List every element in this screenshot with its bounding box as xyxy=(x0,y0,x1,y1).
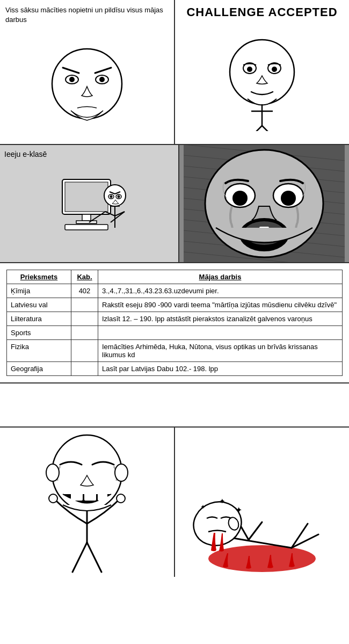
table-cell-subject: Liiteratura xyxy=(7,312,71,326)
svg-point-56 xyxy=(115,464,128,481)
table-cell-subject: Geografija xyxy=(7,362,71,376)
svg-point-11 xyxy=(272,67,277,72)
svg-point-58 xyxy=(49,494,57,503)
yao-ming-svg xyxy=(9,430,165,575)
table-cell-subject: Sports xyxy=(7,326,71,340)
table-header-row: Prieksmets Kab. Mājas darbis xyxy=(7,270,343,284)
header-cab: Kab. xyxy=(71,270,98,284)
rage-face-svg xyxy=(184,145,345,262)
svg-point-45 xyxy=(281,191,296,206)
table-cell-hw: Lasīt par Latvijas Dabu 102.- 198. lpp xyxy=(98,362,343,376)
bottom-right-panel: ✦ ✦ ✦ xyxy=(175,428,349,577)
svg-point-9 xyxy=(247,67,252,72)
table-cell-cab xyxy=(71,326,98,340)
computer-scene xyxy=(4,165,174,258)
table-cell-subject: Fizika xyxy=(7,340,71,362)
svg-line-60 xyxy=(72,542,87,572)
table-cell-hw: Izlasīt 12. – 190. lpp atstāstīt pieraks… xyxy=(98,312,343,326)
top-right-panel: CHALLENGE ACCEPTED xyxy=(175,0,349,144)
middle-left-text: Ieeju e-klasē xyxy=(4,149,47,160)
table-row: LiiteraturaIzlasīt 12. – 190. lpp atstās… xyxy=(7,312,343,326)
svg-rect-52 xyxy=(71,493,83,501)
svg-rect-18 xyxy=(82,214,91,221)
table-cell-cab xyxy=(71,312,98,326)
table-row: FizikaIemācīties Arhimēda, Huka, Nūtona,… xyxy=(7,340,343,362)
svg-rect-53 xyxy=(84,492,96,501)
table-cell-subject: Latviesu val xyxy=(7,298,71,312)
svg-point-4 xyxy=(69,77,75,82)
middle-left-panel: Ieeju e-klasē xyxy=(0,145,179,262)
svg-point-25 xyxy=(110,195,113,198)
bottom-comic-section: ✦ ✦ ✦ xyxy=(0,426,349,577)
svg-rect-54 xyxy=(98,493,107,501)
svg-line-15 xyxy=(262,126,270,131)
svg-line-61 xyxy=(87,542,101,572)
svg-line-67 xyxy=(249,522,262,540)
table-cell-hw xyxy=(98,326,343,340)
svg-text:✦: ✦ xyxy=(219,497,226,505)
svg-point-62 xyxy=(208,545,316,572)
svg-text:✦: ✦ xyxy=(200,503,206,511)
middle-right-panel xyxy=(179,145,349,262)
table-cell-hw: Rakstīt eseju 890 -900 vardi teema "mārt… xyxy=(98,298,343,312)
table-row: Latviesu valRakstīt eseju 890 -900 vardi… xyxy=(7,298,343,312)
table-row: GeografijaLasīt par Latvijas Dabu 102.- … xyxy=(7,362,343,376)
svg-point-43 xyxy=(232,191,248,206)
top-comic-section: Viss sāksu mācīties nopietni un pildīsu … xyxy=(0,0,349,145)
table-cell-hw: Iemācīties Arhimēda, Huka, Nūtona, visus… xyxy=(98,340,343,362)
hit-face-svg: ✦ ✦ ✦ xyxy=(184,430,340,575)
challenge-face-svg xyxy=(222,32,302,131)
determined-face xyxy=(5,29,169,139)
svg-point-59 xyxy=(117,494,125,503)
header-subject: Prieksmets xyxy=(7,270,71,284)
computer-svg xyxy=(35,169,143,255)
top-left-panel: Viss sāksu mācīties nopietni un pildīsu … xyxy=(0,0,175,144)
table-section: Prieksmets Kab. Mājas darbis Ķīmija4023.… xyxy=(0,263,349,383)
svg-line-14 xyxy=(254,126,262,131)
bottom-left-panel xyxy=(0,428,175,577)
table-cell-cab xyxy=(71,362,98,376)
bottom-gap xyxy=(0,383,349,426)
middle-comic-section: Ieeju e-klasē xyxy=(0,145,349,263)
table-cell-cab: 402 xyxy=(71,284,98,298)
top-right-text: CHALLENGE ACCEPTED xyxy=(186,5,337,19)
table-row: Sports xyxy=(7,326,343,340)
determined-face-svg xyxy=(44,35,130,132)
table-cell-cab xyxy=(71,340,98,362)
challenge-accepted-face xyxy=(180,24,344,139)
header-hw: Mājas darbis xyxy=(98,270,343,284)
svg-point-55 xyxy=(46,464,59,481)
svg-text:✦: ✦ xyxy=(235,505,242,515)
table-cell-hw: 3.,4.,7.,31.,6.,43.23.63.uzdevumi pier. xyxy=(98,284,343,298)
svg-rect-17 xyxy=(65,182,108,212)
svg-rect-20 xyxy=(65,225,108,230)
homework-table: Prieksmets Kab. Mājas darbis Ķīmija4023.… xyxy=(6,270,343,376)
table-row: Ķīmija4023.,4.,7.,31.,6.,43.23.63.uzdevu… xyxy=(7,284,343,298)
table-cell-cab xyxy=(71,298,98,312)
svg-point-6 xyxy=(99,77,105,82)
top-left-text: Viss sāksu mācīties nopietni un pildīsu … xyxy=(5,5,169,25)
table-cell-subject: Ķīmija xyxy=(7,284,71,298)
svg-rect-19 xyxy=(76,221,97,223)
svg-point-27 xyxy=(118,195,120,198)
